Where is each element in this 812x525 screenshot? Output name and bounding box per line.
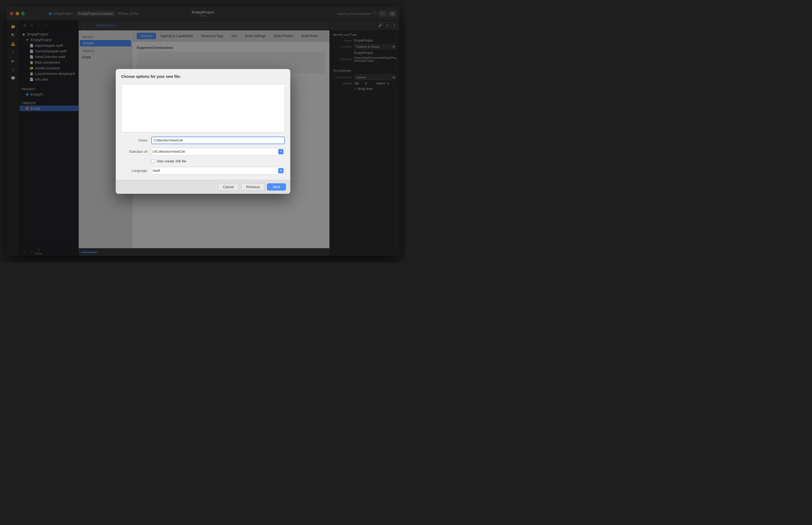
subclass-label: Subclass of:	[121, 150, 148, 153]
main-window: 🔷 EmptyProject › EmptyProject.xcodeproj …	[7, 7, 399, 256]
language-label: Language:	[121, 168, 148, 172]
subclass-select[interactable]: UICollectionViewCell ▾	[151, 148, 285, 155]
subclass-field-row: Subclass of: UICollectionViewCell ▾	[121, 148, 285, 155]
subclass-dropdown-icon[interactable]: ▾	[278, 149, 283, 154]
class-field-row: Class:	[121, 137, 285, 144]
modal-overlay: Choose options for your new file: Class:…	[7, 7, 399, 256]
class-input[interactable]	[151, 137, 285, 144]
class-label: Class:	[121, 138, 148, 142]
xib-checkbox[interactable]	[151, 160, 155, 163]
language-value: Swift	[152, 168, 160, 172]
modal-body: Class: Subclass of: UICollectionViewCell…	[116, 79, 290, 180]
xib-checkbox-row: Also create XIB file	[121, 159, 285, 163]
language-field-row: Language: Swift ⇅	[121, 167, 285, 175]
language-select[interactable]: Swift ⇅	[151, 167, 285, 175]
cancel-button[interactable]: Cancel	[218, 183, 239, 191]
modal-fields: Class: Subclass of: UICollectionViewCell…	[121, 137, 285, 175]
next-button[interactable]: Next	[267, 183, 286, 191]
modal-top-area	[121, 84, 285, 132]
previous-button[interactable]: Previous	[241, 183, 265, 191]
subclass-value: UICollectionViewCell	[152, 150, 185, 153]
xib-label: Also create XIB file	[157, 159, 186, 163]
language-stepper-icon[interactable]: ⇅	[278, 168, 283, 174]
modal-title: Choose options for your new file:	[116, 69, 290, 79]
new-file-modal: Choose options for your new file: Class:…	[116, 69, 290, 194]
modal-footer: Cancel Previous Next	[116, 180, 290, 194]
